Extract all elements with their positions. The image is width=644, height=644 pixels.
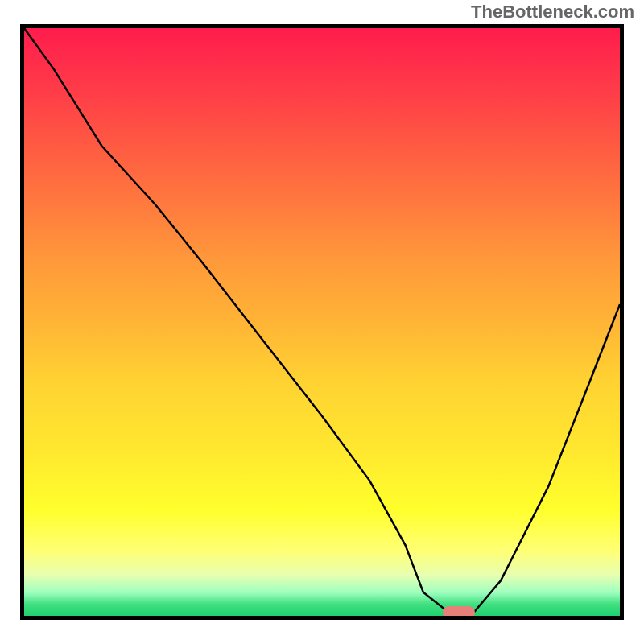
watermark-text: TheBottleneck.com [471,2,634,23]
optimal-marker [443,606,475,619]
chart-container: TheBottleneck.com [0,0,644,644]
bottleneck-curve [24,28,620,616]
plot-area [20,24,624,620]
